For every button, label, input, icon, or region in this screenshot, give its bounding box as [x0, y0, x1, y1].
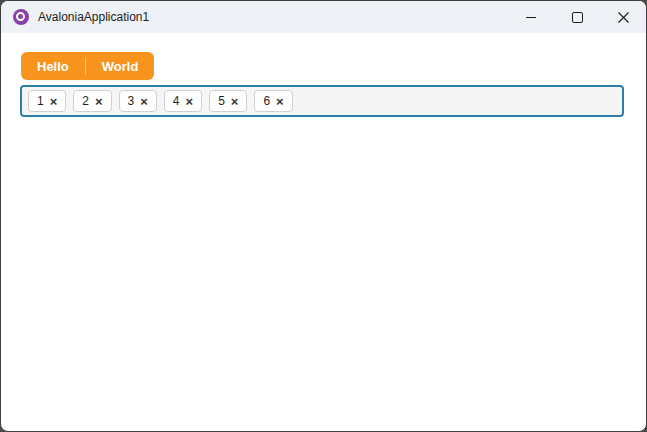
app-window: AvaloniaApplication1 Hello World — [0, 0, 647, 432]
chip-1[interactable]: 1 × — [28, 90, 66, 112]
chip-1-label: 1 — [37, 95, 44, 107]
tab-hello[interactable]: Hello — [21, 52, 85, 80]
chip-2-remove-icon[interactable]: × — [95, 95, 103, 108]
chip-4[interactable]: 4 × — [164, 90, 202, 112]
chip-5-remove-icon[interactable]: × — [231, 95, 239, 108]
window-title: AvaloniaApplication1 — [38, 10, 149, 24]
chip-3-label: 3 — [128, 95, 135, 107]
avalonia-logo-icon — [13, 9, 29, 25]
chip-2-label: 2 — [82, 95, 89, 107]
chip-5-label: 5 — [218, 95, 225, 107]
tab-world-label: World — [102, 59, 139, 74]
chip-5[interactable]: 5 × — [209, 90, 247, 112]
tab-world[interactable]: World — [86, 52, 155, 80]
chip-4-label: 4 — [173, 95, 180, 107]
tab-hello-label: Hello — [37, 59, 69, 74]
chip-list-box[interactable]: 1 × 2 × 3 × 4 × 5 × 6 × — [20, 85, 624, 117]
chip-1-remove-icon[interactable]: × — [50, 95, 58, 108]
tab-strip: Hello World — [21, 52, 154, 80]
chip-3[interactable]: 3 × — [119, 90, 157, 112]
close-icon — [618, 12, 629, 23]
chip-6[interactable]: 6 × — [254, 90, 292, 112]
chip-4-remove-icon[interactable]: × — [186, 95, 194, 108]
chip-6-remove-icon[interactable]: × — [276, 95, 284, 108]
minimize-button[interactable] — [508, 1, 554, 33]
chip-2[interactable]: 2 × — [73, 90, 111, 112]
content-area: Hello World 1 × 2 × 3 × 4 × — [1, 33, 646, 117]
minimize-icon — [526, 17, 536, 18]
chip-6-label: 6 — [263, 95, 270, 107]
maximize-icon — [572, 12, 583, 23]
maximize-button[interactable] — [554, 1, 600, 33]
close-button[interactable] — [600, 1, 646, 33]
caption-buttons — [508, 1, 646, 33]
title-bar: AvaloniaApplication1 — [1, 1, 646, 33]
chip-3-remove-icon[interactable]: × — [140, 95, 148, 108]
